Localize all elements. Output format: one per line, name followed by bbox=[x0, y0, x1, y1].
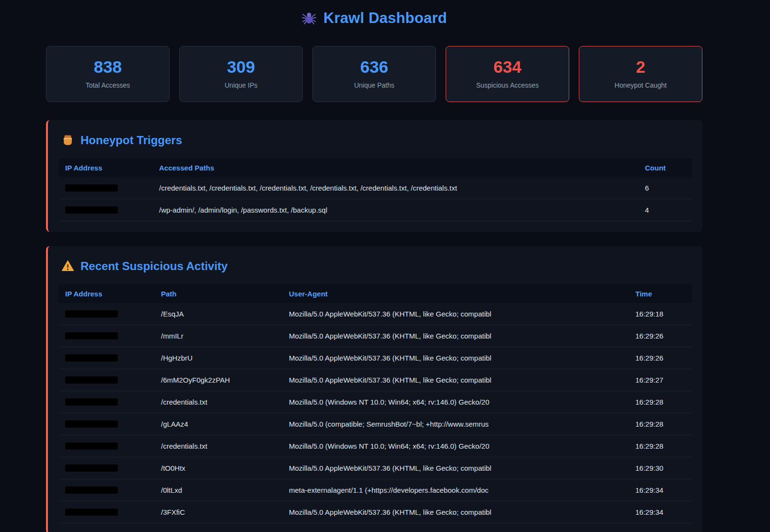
cell-time: 16:29:28 bbox=[629, 435, 692, 457]
stat-value: 2 bbox=[584, 58, 697, 77]
cell-ip bbox=[58, 325, 154, 347]
spider-icon bbox=[301, 11, 317, 26]
activity-table-row: /tO0Htx Mozilla/5.0 AppleWebKit/537.36 (… bbox=[58, 457, 692, 479]
cell-ip bbox=[58, 177, 152, 199]
suspicious-panel-title: Recent Suspicious Activity bbox=[61, 260, 692, 273]
cell-user-agent: Mozilla/5.0 AppleWebKit/537.36 (KHTML, l… bbox=[282, 303, 629, 325]
suspicious-activity-table: IP Address Path User-Agent Time /EsqJA M… bbox=[58, 284, 692, 523]
cell-time: 16:29:30 bbox=[629, 457, 692, 479]
cell-user-agent: meta-externalagent/1.1 (+https://develop… bbox=[282, 479, 629, 501]
page-title: Krawl Dashboard bbox=[323, 10, 447, 27]
cell-path: /credentials.txt bbox=[154, 391, 282, 413]
honeypot-table-row: /credentials.txt, /credentials.txt, /cre… bbox=[58, 177, 692, 199]
cell-user-agent: Mozilla/5.0 AppleWebKit/537.36 (KHTML, l… bbox=[282, 347, 629, 369]
column-header-ip-address: IP Address bbox=[58, 284, 154, 303]
column-header-ip-address: IP Address bbox=[58, 158, 152, 177]
cell-path: /mmILr bbox=[154, 325, 282, 347]
activity-table-row: /0ltLxd meta-externalagent/1.1 (+https:/… bbox=[58, 479, 692, 501]
stat-value: 309 bbox=[184, 58, 298, 77]
redacted-ip-bar bbox=[65, 206, 118, 214]
cell-ip bbox=[58, 479, 154, 501]
stat-card-suspicious-accesses: 634 Suspicious Accesses bbox=[446, 46, 569, 102]
stats-row: 838 Total Accesses 309 Unique IPs 636 Un… bbox=[46, 46, 702, 102]
cell-path: /credentials.txt bbox=[154, 435, 282, 457]
cell-path: /tO0Htx bbox=[154, 457, 282, 479]
cell-path: /0ltLxd bbox=[154, 479, 282, 501]
cell-user-agent: Mozilla/5.0 (Windows NT 10.0; Win64; x64… bbox=[282, 435, 629, 457]
cell-path: /3FXfiC bbox=[154, 501, 282, 523]
activity-table-row: /6mM2OyF0gk2zPAH Mozilla/5.0 AppleWebKit… bbox=[58, 369, 692, 391]
redacted-ip-bar bbox=[65, 332, 118, 340]
column-header-time: Time bbox=[629, 284, 692, 303]
cell-time: 16:29:28 bbox=[629, 391, 692, 413]
activity-table-body: /EsqJA Mozilla/5.0 AppleWebKit/537.36 (K… bbox=[58, 303, 692, 523]
stat-label: Honeypot Caught bbox=[584, 81, 697, 89]
cell-count: 4 bbox=[638, 199, 692, 221]
cell-user-agent: Mozilla/5.0 AppleWebKit/537.36 (KHTML, l… bbox=[282, 457, 629, 479]
activity-table-row: /3FXfiC Mozilla/5.0 AppleWebKit/537.36 (… bbox=[58, 501, 692, 523]
cell-user-agent: Mozilla/5.0 AppleWebKit/537.36 (KHTML, l… bbox=[282, 501, 629, 523]
stat-label: Unique Paths bbox=[318, 81, 431, 89]
warning-icon bbox=[61, 260, 74, 272]
honeypot-panel: Honeypot Triggers IP Address Accessed Pa… bbox=[46, 120, 702, 232]
activity-table-row: /HgHzbrU Mozilla/5.0 AppleWebKit/537.36 … bbox=[58, 347, 692, 369]
cell-ip bbox=[58, 413, 154, 435]
cell-count: 6 bbox=[638, 177, 692, 199]
activity-table-row: /EsqJA Mozilla/5.0 AppleWebKit/537.36 (K… bbox=[58, 303, 692, 325]
honeypot-panel-title-text: Honeypot Triggers bbox=[80, 134, 182, 147]
cell-ip bbox=[58, 347, 154, 369]
stat-card-honeypot-caught: 2 Honeypot Caught bbox=[579, 46, 702, 102]
stat-card-total-accesses: 838 Total Accesses bbox=[46, 46, 170, 102]
honeypot-table-header-row: IP Address Accessed Paths Count bbox=[58, 158, 692, 177]
honeypot-table-body: /credentials.txt, /credentials.txt, /cre… bbox=[58, 177, 692, 221]
page-header: Krawl Dashboard bbox=[46, 10, 702, 27]
cell-ip bbox=[58, 457, 154, 479]
cell-time: 16:29:28 bbox=[629, 413, 692, 435]
stat-label: Total Accesses bbox=[51, 81, 164, 89]
redacted-ip-bar bbox=[65, 509, 118, 516]
cell-user-agent: Mozilla/5.0 AppleWebKit/537.36 (KHTML, l… bbox=[282, 325, 629, 347]
cell-path: /HgHzbrU bbox=[154, 347, 282, 369]
cell-time: 16:29:18 bbox=[629, 303, 692, 325]
activity-table-row: /mmILr Mozilla/5.0 AppleWebKit/537.36 (K… bbox=[58, 325, 692, 347]
cell-accessed-paths: /wp-admin/, /admin/login, /passwords.txt… bbox=[152, 199, 638, 221]
suspicious-panel-title-text: Recent Suspicious Activity bbox=[80, 260, 228, 273]
honeypot-table-row: /wp-admin/, /admin/login, /passwords.txt… bbox=[58, 199, 692, 221]
dashboard-page: Krawl Dashboard 838 Total Accesses 309 U… bbox=[46, 0, 702, 532]
cell-path: /6mM2OyF0gk2zPAH bbox=[154, 369, 282, 391]
stat-value: 838 bbox=[51, 58, 164, 77]
activity-table-header-row: IP Address Path User-Agent Time bbox=[58, 284, 692, 303]
honeypot-table: IP Address Accessed Paths Count /credent… bbox=[58, 158, 692, 221]
stat-value: 636 bbox=[318, 58, 431, 77]
cell-time: 16:29:34 bbox=[629, 501, 692, 523]
cell-time: 16:29:27 bbox=[629, 369, 692, 391]
redacted-ip-bar bbox=[65, 376, 118, 384]
column-header-user-agent: User-Agent bbox=[282, 284, 629, 303]
cell-user-agent: Mozilla/5.0 AppleWebKit/537.36 (KHTML, l… bbox=[282, 369, 629, 391]
cell-path: /gLAAz4 bbox=[154, 413, 282, 435]
cell-ip bbox=[58, 369, 154, 391]
suspicious-activity-panel: Recent Suspicious Activity IP Address Pa… bbox=[46, 246, 702, 532]
activity-table-row: /credentials.txt Mozilla/5.0 (Windows NT… bbox=[58, 391, 692, 413]
redacted-ip-bar bbox=[65, 354, 118, 362]
cell-user-agent: Mozilla/5.0 (Windows NT 10.0; Win64; x64… bbox=[282, 391, 629, 413]
redacted-ip-bar bbox=[65, 442, 118, 450]
cell-time: 16:29:26 bbox=[629, 325, 692, 347]
cell-accessed-paths: /credentials.txt, /credentials.txt, /cre… bbox=[152, 177, 638, 199]
cell-time: 16:29:26 bbox=[629, 347, 692, 369]
honeypot-icon bbox=[61, 134, 74, 147]
cell-time: 16:29:34 bbox=[629, 479, 692, 501]
redacted-ip-bar bbox=[65, 184, 118, 192]
column-header-path: Path bbox=[154, 284, 282, 303]
cell-ip bbox=[58, 501, 154, 523]
stat-card-unique-paths: 636 Unique Paths bbox=[312, 46, 436, 102]
activity-table-row: /gLAAz4 Mozilla/5.0 (compatible; Semrush… bbox=[58, 413, 692, 435]
stat-card-unique-ips: 309 Unique IPs bbox=[179, 46, 303, 102]
redacted-ip-bar bbox=[65, 310, 118, 317]
stat-value: 634 bbox=[451, 58, 564, 77]
cell-ip bbox=[58, 303, 154, 325]
honeypot-panel-title: Honeypot Triggers bbox=[61, 134, 692, 147]
stat-label: Suspicious Accesses bbox=[451, 81, 564, 89]
cell-ip bbox=[58, 435, 154, 457]
column-header-count: Count bbox=[638, 158, 692, 177]
